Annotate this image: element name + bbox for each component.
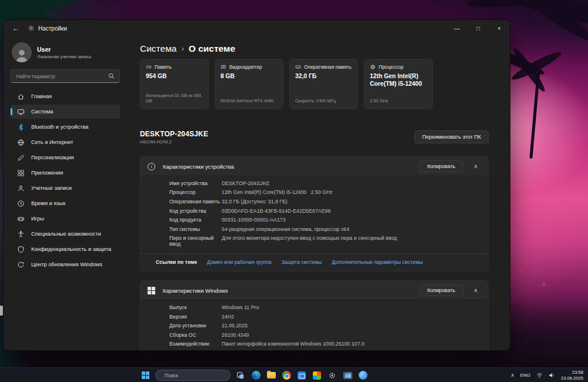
- chevron-up-icon[interactable]: ∧: [470, 287, 481, 293]
- card-detail: Скорость: 2400 МГц: [295, 99, 352, 104]
- spec-row: Дата установки21.06.2025: [148, 321, 481, 330]
- spec-row: ВыпускWindows 11 Pro: [148, 303, 481, 312]
- taskbar: ∧ ENG 23:58 23.06.2025: [0, 367, 588, 382]
- spec-row: Тип системы64-разрядная операционная сис…: [148, 224, 481, 234]
- sidebar-item-network[interactable]: Сеть и Интернет: [11, 135, 120, 149]
- breadcrumb-system[interactable]: Система: [140, 43, 176, 54]
- sidebar-item-windows-update[interactable]: Центр обновления Windows: [11, 257, 120, 272]
- link-system-protection[interactable]: Защита системы: [282, 259, 322, 265]
- sidebar-item-label: Специальные возможности: [31, 231, 101, 237]
- device-model: H610M-H2/M.2: [140, 139, 208, 145]
- card-title: Процессор: [379, 64, 403, 70]
- rename-pc-button[interactable]: Переименовать этот ПК: [415, 130, 489, 143]
- search-icon: [108, 73, 115, 79]
- sidebar-item-label: Конфиденциальность и защита: [31, 246, 111, 252]
- gpu-icon: [220, 64, 226, 70]
- breadcrumb-about: О системе: [189, 43, 235, 54]
- taskbar-search[interactable]: [155, 370, 230, 381]
- spec-row: Код продукта00331-10000-00001-AA173: [148, 215, 481, 224]
- card-value: 8 GB: [220, 73, 278, 81]
- display-app-icon[interactable]: [342, 370, 353, 381]
- spec-row: Код устройства03D0DAFD-EA1B-43FB-914D-E4…: [148, 206, 481, 216]
- tray-date: 23.06.2025: [561, 376, 583, 381]
- copy-device-specs-button[interactable]: Копировать: [419, 160, 463, 172]
- minimize-button[interactable]: —: [446, 20, 467, 36]
- sidebar-item-home[interactable]: Главная: [11, 89, 120, 103]
- sidebar-item-label: Bluetooth и устройства: [31, 124, 89, 130]
- edge-icon[interactable]: [250, 370, 261, 381]
- card-title: Память: [155, 64, 172, 70]
- task-view-icon[interactable]: [235, 370, 246, 381]
- sidebar-item-apps[interactable]: Приложения: [11, 166, 120, 180]
- maximize-button[interactable]: □: [467, 20, 489, 36]
- storage-card: Память 954 GB Используется 51 GB из 954 …: [140, 59, 209, 109]
- sidebar-item-label: Главная: [31, 93, 52, 99]
- card-detail: 2.50 GHz: [370, 99, 427, 104]
- summary-cards: Память 954 GB Используется 51 GB из 954 …: [140, 59, 489, 109]
- related-links-row: Ссылки по теме Домен или рабочая группа …: [148, 254, 481, 266]
- spec-row: Сборка ОС26100.4349: [148, 330, 481, 340]
- cpu-card: Процессор 12th Gen Intel(R) Core(TM) i5-…: [364, 59, 433, 109]
- spec-row: Имя устройстваDESKTOP-204SJKE: [148, 179, 481, 188]
- gpu-card: Видеоадаптер 8 GB NVIDIA GeForce RTX 406…: [215, 59, 283, 109]
- services-agreement-link[interactable]: Соглашение об использовании служб Майкро…: [148, 349, 481, 350]
- info-icon: i: [148, 163, 155, 170]
- settings-search-input[interactable]: [16, 73, 108, 79]
- avatar: [12, 42, 32, 62]
- storage-icon: [146, 64, 152, 70]
- windows-specs-section: Характеристики Windows Копировать ∧ Выпу…: [140, 280, 489, 350]
- close-button[interactable]: ×: [489, 20, 510, 36]
- settings-search[interactable]: [11, 69, 120, 83]
- card-title: Видеоадаптер: [229, 64, 262, 70]
- device-specs-section: i Характеристики устройства Копировать ∧…: [140, 156, 489, 272]
- sidebar-item-privacy[interactable]: Конфиденциальность и защита: [11, 242, 120, 256]
- settings-gear-icon[interactable]: [327, 370, 338, 381]
- link-advanced-system-settings[interactable]: Дополнительные параметры системы: [332, 259, 423, 265]
- hidden-icons-chevron[interactable]: ∧: [511, 373, 514, 378]
- start-button[interactable]: [140, 370, 151, 381]
- titlebar: ← Настройки — □ ×: [4, 20, 510, 36]
- user-name: User: [37, 46, 91, 53]
- device-specs-title: Характеристики устройства: [162, 163, 412, 170]
- link-domain-workgroup[interactable]: Домен или рабочая группа: [207, 259, 272, 265]
- volume-icon[interactable]: [549, 372, 555, 378]
- device-specs-body: Имя устройстваDESKTOP-204SJKE Процессор1…: [141, 176, 488, 271]
- taskbar-center: [140, 368, 368, 382]
- sidebar-item-gaming[interactable]: Игры: [11, 212, 120, 226]
- windows-specs-header[interactable]: Характеристики Windows Копировать ∧: [141, 281, 488, 300]
- spec-row: Перо и сенсорный вводДля этого монитора …: [148, 234, 481, 249]
- spec-row: Процессор12th Gen Intel(R) Core(TM) i5-1…: [148, 188, 481, 197]
- breadcrumb-separator-icon: ›: [181, 43, 183, 54]
- taskbar-search-input[interactable]: [165, 373, 229, 378]
- chrome-icon[interactable]: [281, 370, 292, 381]
- breadcrumb: Система › О системе: [140, 43, 489, 54]
- sidebar-item-personalization[interactable]: Персонализация: [11, 150, 120, 165]
- sidebar-item-accounts[interactable]: Учетные записи: [11, 181, 120, 195]
- sidebar-item-label: Система: [31, 109, 53, 115]
- file-explorer-icon[interactable]: [266, 370, 276, 381]
- windows-start-icon: [142, 371, 149, 379]
- user-account-block[interactable]: User Локальная учетная запись: [11, 39, 120, 68]
- bluetooth-icon: [16, 123, 25, 131]
- chevron-up-icon[interactable]: ∧: [470, 163, 481, 169]
- photos-icon[interactable]: [312, 370, 322, 381]
- card-value: 954 GB: [146, 73, 203, 81]
- update-arrows-icon: [16, 260, 25, 269]
- device-specs-header[interactable]: i Характеристики устройства Копировать ∧: [141, 157, 488, 176]
- sidebar-item-time-language[interactable]: Время и язык: [11, 196, 120, 210]
- system-icon: [16, 108, 25, 116]
- store-icon[interactable]: [296, 370, 307, 381]
- back-button[interactable]: ←: [8, 22, 24, 35]
- tray-time: 23:58: [561, 370, 583, 376]
- user-account-type: Локальная учетная запись: [37, 54, 91, 59]
- network-icon[interactable]: [536, 372, 543, 378]
- cpu-icon: [370, 64, 376, 70]
- sidebar-item-system[interactable]: Система: [11, 105, 120, 119]
- browser-icon[interactable]: [358, 370, 368, 381]
- clock[interactable]: 23:58 23.06.2025: [561, 370, 583, 381]
- sidebar-item-accessibility[interactable]: Специальные возможности: [11, 227, 120, 241]
- sidebar-item-label: Персонализация: [31, 155, 74, 160]
- copy-windows-specs-button[interactable]: Копировать: [419, 284, 463, 296]
- sidebar-item-bluetooth-devices[interactable]: Bluetooth и устройства: [11, 120, 120, 134]
- language-indicator[interactable]: ENG: [520, 373, 530, 378]
